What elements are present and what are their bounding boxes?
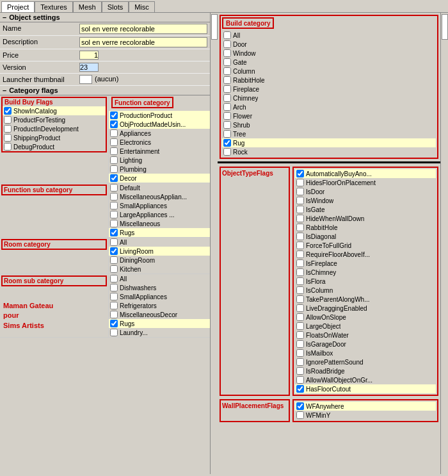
checkbox[interactable] bbox=[223, 94, 231, 102]
checkbox[interactable] bbox=[296, 188, 304, 195]
checkbox[interactable] bbox=[110, 256, 118, 264]
list-item: HidesFloorOnPlacement bbox=[295, 178, 436, 187]
checkbox[interactable] bbox=[296, 224, 304, 231]
checkbox[interactable] bbox=[296, 322, 304, 330]
checkbox[interactable] bbox=[110, 211, 118, 218]
checkbox[interactable] bbox=[110, 156, 118, 164]
checkbox[interactable] bbox=[110, 265, 118, 273]
checkbox[interactable] bbox=[223, 85, 231, 93]
checkbox[interactable] bbox=[223, 58, 231, 66]
checkbox[interactable] bbox=[4, 116, 12, 124]
checkbox[interactable] bbox=[110, 120, 118, 128]
checkbox-label: Arch bbox=[233, 104, 246, 111]
checkbox[interactable] bbox=[296, 197, 304, 204]
checkbox[interactable] bbox=[223, 103, 231, 111]
checkbox[interactable] bbox=[296, 206, 304, 213]
checkbox[interactable] bbox=[4, 143, 12, 151]
checkbox[interactable] bbox=[110, 229, 118, 236]
right-scrollbar[interactable] bbox=[440, 13, 448, 474]
checkbox[interactable] bbox=[110, 193, 118, 201]
checkbox[interactable] bbox=[110, 293, 118, 300]
checkbox[interactable] bbox=[296, 340, 304, 348]
checkbox[interactable] bbox=[110, 329, 118, 336]
checkbox[interactable] bbox=[296, 331, 304, 339]
tab-mesh[interactable]: Mesh bbox=[73, 1, 102, 12]
checkbox[interactable] bbox=[296, 376, 304, 384]
description-input[interactable] bbox=[79, 37, 207, 47]
checkbox[interactable] bbox=[296, 268, 304, 276]
list-item: IsGate bbox=[295, 205, 436, 214]
list-item: Arch bbox=[222, 103, 436, 111]
checkbox[interactable] bbox=[4, 134, 12, 142]
checkbox[interactable] bbox=[110, 202, 118, 209]
checkbox-label: HidesFloorOnPlacement bbox=[306, 179, 376, 186]
left-scrollbar[interactable] bbox=[210, 13, 218, 474]
tab-textures[interactable]: Textures bbox=[35, 1, 73, 12]
checkbox[interactable] bbox=[110, 275, 118, 283]
checkbox[interactable] bbox=[296, 385, 304, 393]
tab-misc[interactable]: Misc bbox=[129, 1, 155, 12]
checkbox[interactable] bbox=[110, 174, 118, 182]
checkbox[interactable] bbox=[110, 320, 118, 327]
checkbox[interactable] bbox=[296, 358, 304, 366]
checkbox[interactable] bbox=[4, 107, 12, 115]
checkbox[interactable] bbox=[223, 130, 231, 138]
cat-toggle-icon[interactable]: – bbox=[3, 86, 6, 94]
checkbox[interactable] bbox=[296, 242, 304, 249]
version-input[interactable] bbox=[79, 63, 99, 72]
build-buy-flags-list: ShowInCatalogProductForTestingProductInD… bbox=[3, 106, 106, 151]
checkbox[interactable] bbox=[110, 220, 118, 227]
checkbox[interactable] bbox=[223, 40, 231, 48]
checkbox[interactable] bbox=[110, 165, 118, 173]
checkbox[interactable] bbox=[223, 49, 231, 57]
checkbox[interactable] bbox=[110, 184, 118, 192]
checkbox-label: Rug bbox=[233, 140, 244, 147]
checkbox[interactable] bbox=[110, 111, 118, 119]
checkbox[interactable] bbox=[296, 170, 304, 177]
checkbox[interactable] bbox=[110, 238, 118, 246]
checkbox[interactable] bbox=[110, 311, 118, 318]
checkbox[interactable] bbox=[110, 247, 118, 255]
toggle-icon[interactable]: – bbox=[3, 13, 6, 21]
checkbox[interactable] bbox=[296, 277, 304, 285]
checkbox[interactable] bbox=[296, 215, 304, 222]
checkbox[interactable] bbox=[296, 313, 304, 321]
tab-slots[interactable]: Slots bbox=[102, 1, 129, 12]
checkbox-label: All bbox=[120, 275, 127, 283]
checkbox[interactable] bbox=[110, 138, 118, 146]
checkbox[interactable] bbox=[110, 129, 118, 137]
price-input[interactable] bbox=[79, 51, 99, 60]
launcher-input[interactable] bbox=[79, 75, 92, 84]
name-input[interactable] bbox=[79, 24, 207, 34]
tab-project[interactable]: Project bbox=[1, 1, 35, 12]
checkbox[interactable] bbox=[296, 286, 304, 294]
checkbox[interactable] bbox=[223, 112, 231, 120]
checkbox[interactable] bbox=[223, 121, 231, 129]
checkbox[interactable] bbox=[110, 284, 118, 291]
checkbox[interactable] bbox=[296, 367, 304, 375]
checkbox[interactable] bbox=[296, 349, 304, 357]
checkbox[interactable] bbox=[296, 179, 304, 186]
checkbox[interactable] bbox=[296, 233, 304, 240]
checkbox[interactable] bbox=[296, 402, 304, 410]
list-item: IsColumn bbox=[295, 286, 436, 295]
checkbox[interactable] bbox=[223, 148, 231, 156]
checkbox-label: SmallAppliances bbox=[120, 202, 167, 209]
checkbox[interactable] bbox=[296, 259, 304, 267]
list-item: Refrigerators bbox=[109, 301, 210, 310]
checkbox[interactable] bbox=[4, 125, 12, 133]
checkbox[interactable] bbox=[110, 302, 118, 309]
list-item: IsFireplace bbox=[295, 259, 436, 268]
checkbox[interactable] bbox=[223, 139, 231, 147]
checkbox[interactable] bbox=[296, 295, 304, 303]
checkbox-label: IsGarageDoor bbox=[306, 341, 346, 348]
checkbox[interactable] bbox=[223, 67, 231, 75]
build-category-section: Build category AllDoorWindowGateColumnRa… bbox=[220, 15, 438, 159]
checkbox[interactable] bbox=[296, 304, 304, 312]
checkbox[interactable] bbox=[223, 31, 231, 39]
checkbox[interactable] bbox=[223, 76, 231, 84]
checkbox[interactable] bbox=[110, 147, 118, 155]
checkbox[interactable] bbox=[296, 250, 304, 258]
list-item: Kitchen bbox=[109, 265, 210, 274]
checkbox[interactable] bbox=[296, 411, 304, 419]
